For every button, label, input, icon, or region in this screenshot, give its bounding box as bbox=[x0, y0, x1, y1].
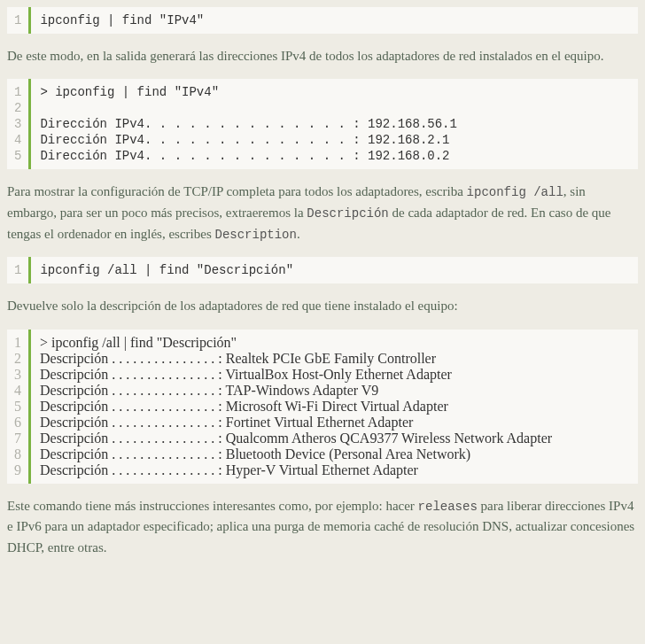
line-number: 9 bbox=[14, 462, 21, 478]
code-line: Descripción . . . . . . . . . . . . . . … bbox=[40, 399, 638, 415]
line-number: 3 bbox=[14, 367, 21, 383]
line-number: 1 bbox=[14, 335, 21, 351]
code-lines: > ipconfig /all | find "Descripción"Desc… bbox=[31, 330, 638, 484]
code-line: Dirección IPv4. . . . . . . . . . . . . … bbox=[40, 116, 629, 132]
code-block-2: 12345 > ipconfig | find "IPv4" Dirección… bbox=[7, 79, 638, 169]
text: . bbox=[297, 227, 300, 241]
line-number: 5 bbox=[14, 148, 21, 164]
line-number: 6 bbox=[14, 415, 21, 431]
code-line: > ipconfig | find "IPv4" bbox=[40, 84, 629, 100]
inline-code: releases bbox=[418, 500, 478, 514]
line-number: 2 bbox=[14, 351, 21, 367]
code-line: ipconfig | find "IPv4" bbox=[40, 12, 629, 28]
paragraph: De este modo, en la salida generará las … bbox=[7, 46, 638, 66]
line-gutter: 123456789 bbox=[7, 330, 31, 484]
code-block-3: 1 ipconfig /all | find "Descripción" bbox=[7, 257, 638, 283]
inline-code: Description bbox=[215, 228, 297, 242]
code-lines: ipconfig | find "IPv4" bbox=[31, 7, 638, 34]
line-number: 1 bbox=[14, 262, 21, 278]
code-line: Descripción . . . . . . . . . . . . . . … bbox=[40, 462, 638, 478]
inline-code: ipconfig /all bbox=[467, 185, 563, 199]
code-line: Descripción . . . . . . . . . . . . . . … bbox=[40, 383, 638, 399]
code-line: Descripción . . . . . . . . . . . . . . … bbox=[40, 415, 638, 431]
code-line: Dirección IPv4. . . . . . . . . . . . . … bbox=[40, 132, 629, 148]
line-number: 7 bbox=[14, 431, 21, 446]
text: Este comando tiene más instrucciones int… bbox=[7, 499, 418, 513]
code-block-1: 1 ipconfig | find "IPv4" bbox=[7, 7, 638, 34]
text: Para mostrar la configuración de TCP/IP … bbox=[7, 184, 467, 198]
article-body: 1 ipconfig | find "IPv4" De este modo, e… bbox=[0, 7, 645, 581]
code-line: > ipconfig /all | find "Descripción" bbox=[40, 335, 638, 351]
code-block-4-scroll[interactable]: 123456789 > ipconfig /all | find "Descri… bbox=[7, 330, 638, 484]
paragraph: Devuelve solo la descripción de los adap… bbox=[7, 296, 638, 316]
line-gutter: 1 bbox=[7, 257, 31, 283]
code-line: ipconfig /all | find "Descripción" bbox=[40, 262, 629, 278]
line-number: 4 bbox=[14, 132, 21, 148]
code-line: Dirección IPv4. . . . . . . . . . . . . … bbox=[40, 148, 629, 164]
code-line: Descripción . . . . . . . . . . . . . . … bbox=[40, 446, 638, 462]
code-line: Descripción . . . . . . . . . . . . . . … bbox=[40, 351, 638, 367]
line-number: 1 bbox=[14, 84, 21, 100]
paragraph: Para mostrar la configuración de TCP/IP … bbox=[7, 182, 638, 244]
line-number: 1 bbox=[14, 12, 21, 28]
line-gutter: 12345 bbox=[7, 79, 31, 169]
code-line: Descripción . . . . . . . . . . . . . . … bbox=[40, 431, 638, 446]
code-line bbox=[40, 100, 629, 116]
line-gutter: 1 bbox=[7, 7, 31, 34]
inline-code: Descripción bbox=[307, 206, 388, 221]
paragraph: Este comando tiene más instrucciones int… bbox=[7, 496, 638, 558]
line-number: 8 bbox=[14, 446, 21, 462]
code-lines: ipconfig /all | find "Descripción" bbox=[31, 257, 638, 283]
code-line: Descripción . . . . . . . . . . . . . . … bbox=[40, 367, 638, 383]
line-number: 2 bbox=[14, 100, 21, 116]
code-lines: > ipconfig | find "IPv4" Dirección IPv4.… bbox=[31, 79, 638, 169]
line-number: 5 bbox=[14, 399, 21, 415]
line-number: 3 bbox=[14, 116, 21, 132]
line-number: 4 bbox=[14, 383, 21, 399]
